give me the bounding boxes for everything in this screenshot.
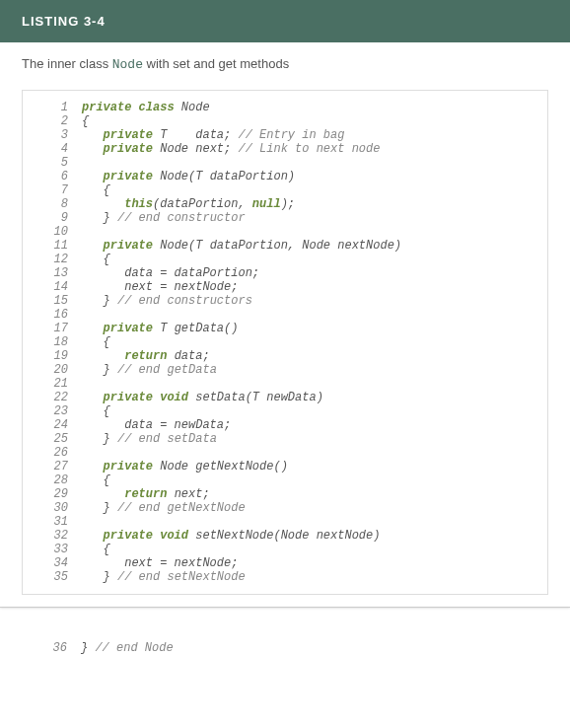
code-line: 23 { [23,404,547,418]
code-line: 32 private void setNextNode(Node nextNod… [23,529,547,543]
listing-header: LISTING 3-4 [0,0,570,42]
line-number: 26 [23,446,82,460]
code-line: 31 [23,515,547,529]
line-number: 14 [23,280,82,294]
code-content: } // end constructors [82,294,252,308]
code-content: { [82,253,110,266]
code-line: 4 private Node next; // Link to next nod… [23,142,547,156]
line-number: 7 [23,183,82,197]
code-line: 35 } // end setNextNode [23,570,547,584]
code-content: private Node(T dataPortion) [82,170,295,183]
code-block: 1private class Node2{3 private T data; /… [22,90,548,595]
line-number: 9 [23,211,82,225]
line-number: 32 [23,529,82,543]
code-line: 36} // end Node [22,637,548,659]
line-number: 24 [23,418,82,432]
code-line: 6 private Node(T dataPortion) [23,170,547,183]
code-content: { [82,473,110,487]
code-line: 15 } // end constructors [23,294,547,308]
line-number: 28 [23,473,82,487]
code-line: 27 private Node getNextNode() [23,460,547,473]
code-content: return data; [82,349,210,363]
line-number: 21 [23,377,82,391]
line-number: 22 [23,391,82,404]
code-content: { [82,404,110,418]
code-content: data = dataPortion; [82,266,259,280]
line-number: 8 [23,197,82,211]
line-number: 2 [23,114,82,128]
line-number: 20 [23,363,82,377]
code-line: 33 { [23,543,547,556]
line-number: 27 [23,460,82,473]
line-number: 25 [23,432,82,446]
code-line: 13 data = dataPortion; [23,266,547,280]
code-line: 3 private T data; // Entry in bag [23,128,547,142]
code-line: 2{ [23,114,547,128]
line-number: 16 [23,308,82,322]
code-content: private T data; // Entry in bag [82,128,344,142]
code-content: } // end constructor [82,211,246,225]
code-content: } // end setData [82,432,217,446]
listing-label: LISTING 3-4 [22,14,106,29]
code-content: } // end getNextNode [82,501,246,515]
line-number: 18 [23,335,82,349]
code-line: 17 private T getData() [23,322,547,335]
code-content: } // end getData [82,363,217,377]
code-line: 7 { [23,183,547,197]
code-after-block: 36} // end Node [22,637,548,659]
line-number: 30 [23,501,82,515]
code-content: { [82,543,110,556]
caption-prefix: The inner class [22,56,112,71]
code-content [82,308,89,322]
caption-code: Node [112,57,143,72]
code-content: private Node(T dataPortion, Node nextNod… [82,239,401,253]
line-number: 10 [23,225,82,239]
line-number: 11 [23,239,82,253]
code-line: 1private class Node [23,101,547,114]
code-content [82,156,89,170]
code-line: 22 private void setData(T newData) [23,391,547,404]
listing-caption: The inner class Node with set and get me… [0,42,570,90]
code-line: 21 [23,377,547,391]
code-content: next = nextNode; [82,556,238,570]
line-number: 29 [23,487,82,501]
code-line: 14 next = nextNode; [23,280,547,294]
code-line: 16 [23,308,547,322]
line-number: 36 [22,641,81,655]
code-line: 19 return data; [23,349,547,363]
code-content: } // end setNextNode [82,570,246,584]
line-number: 13 [23,266,82,280]
code-content: { [82,183,110,197]
line-number: 34 [23,556,82,570]
code-content: data = newData; [82,418,231,432]
code-line: 18 { [23,335,547,349]
code-line: 8 this(dataPortion, null); [23,197,547,211]
code-content: private void setNextNode(Node nextNode) [82,529,380,543]
code-content: private Node next; // Link to next node [82,142,380,156]
code-line: 28 { [23,473,547,487]
line-number: 1 [23,101,82,114]
line-number: 15 [23,294,82,308]
code-line: 5 [23,156,547,170]
code-line: 34 next = nextNode; [23,556,547,570]
line-number: 33 [23,543,82,556]
code-content: return next; [82,487,210,501]
code-line: 26 [23,446,547,460]
line-number: 6 [23,170,82,183]
section-divider [0,607,570,608]
line-number: 5 [23,156,82,170]
code-content [82,225,89,239]
line-number: 31 [23,515,82,529]
code-content: { [82,335,110,349]
caption-suffix: with set and get methods [143,56,289,71]
code-content [82,377,89,391]
code-line: 25 } // end setData [23,432,547,446]
code-line: 29 return next; [23,487,547,501]
code-line: 20 } // end getData [23,363,547,377]
code-content: private Node getNextNode() [82,460,288,473]
code-content: private T getData() [82,322,238,335]
code-line: 11 private Node(T dataPortion, Node next… [23,239,547,253]
code-content: this(dataPortion, null); [82,197,295,211]
code-line: 12 { [23,253,547,266]
line-number: 12 [23,253,82,266]
